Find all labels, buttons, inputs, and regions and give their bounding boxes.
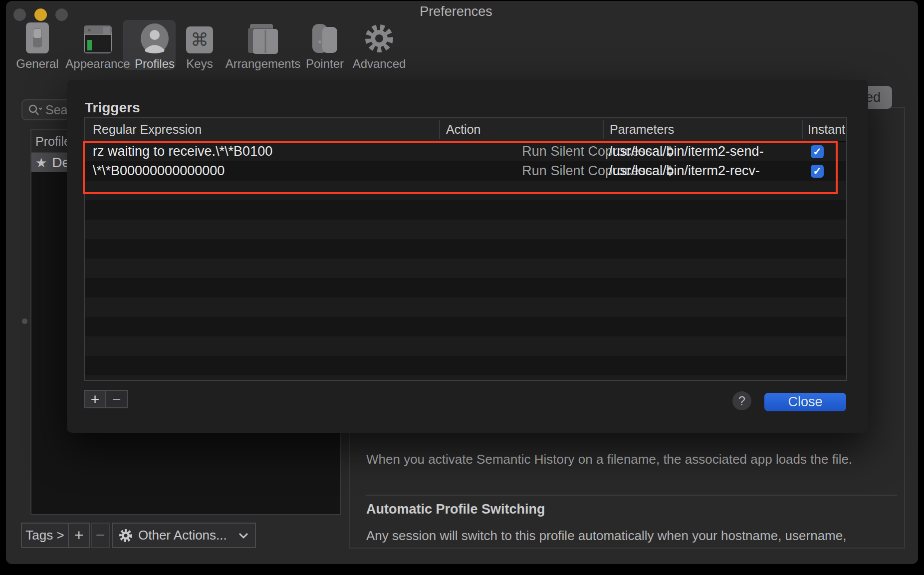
question-mark-icon: ? — [738, 394, 745, 408]
svg-text:⌘: ⌘ — [191, 29, 209, 50]
section-divider — [366, 495, 897, 496]
arrangements-icon — [247, 21, 279, 54]
close-button-label: Close — [788, 394, 822, 410]
close-button[interactable]: Close — [764, 393, 846, 411]
other-actions-label: Other Actions... — [138, 528, 227, 543]
plus-icon: + — [74, 526, 84, 545]
tags-button-label: Tags > — [25, 528, 64, 543]
column-header-action[interactable]: Action — [446, 118, 480, 141]
profiles-column-header: Profile — [35, 134, 71, 149]
remove-trigger-button[interactable]: − — [105, 390, 128, 408]
splitter-drag-dot[interactable] — [22, 318, 27, 324]
other-actions-dropdown[interactable]: Other Actions... — [112, 523, 256, 548]
column-divider — [603, 120, 604, 139]
tags-button[interactable]: Tags > — [21, 523, 69, 548]
semantic-history-note: When you activate Semantic History on a … — [366, 452, 890, 467]
minus-icon: − — [96, 526, 105, 545]
gear-icon — [118, 528, 133, 543]
column-header-parameters[interactable]: Parameters — [610, 118, 674, 141]
appearance-icon: × — [83, 21, 112, 54]
window-title: Preferences — [0, 4, 912, 19]
toolbar-label-pointer: Pointer — [306, 57, 344, 71]
minus-icon: − — [112, 391, 121, 408]
automatic-profile-switching-heading: Automatic Profile Switching — [366, 502, 545, 517]
automatic-profile-switching-note: Any session will switch to this profile … — [366, 528, 890, 544]
search-value: Sea — [45, 103, 67, 117]
close-traffic-light[interactable] — [13, 8, 26, 21]
highlight-rectangle — [83, 141, 838, 194]
chevron-down-icon — [238, 532, 249, 539]
remove-tag-button[interactable]: − — [91, 523, 110, 548]
column-header-instant[interactable]: Instant — [808, 118, 845, 141]
toolbar-item-advanced[interactable]: Advanced — [342, 21, 417, 71]
plus-icon: + — [91, 391, 100, 408]
column-header-regular-expression[interactable]: Regular Expression — [93, 118, 202, 141]
toolbar-label-advanced: Advanced — [353, 57, 406, 71]
add-tag-button[interactable]: + — [68, 523, 90, 548]
pointer-icon — [311, 21, 338, 54]
help-button[interactable]: ? — [732, 391, 751, 410]
column-divider — [439, 120, 440, 139]
column-divider — [802, 120, 803, 139]
zoom-traffic-light[interactable] — [55, 8, 68, 21]
add-trigger-button[interactable]: + — [84, 390, 106, 408]
general-icon — [25, 21, 49, 54]
minimize-traffic-light[interactable] — [34, 8, 47, 21]
triggers-title: Triggers — [85, 100, 140, 116]
advanced-icon — [364, 21, 395, 54]
star-icon: ★ — [35, 155, 47, 171]
toolbar-label-keys: Keys — [186, 57, 213, 71]
keys-icon: ⌘ — [186, 21, 214, 54]
triggers-table-header: Regular Expression Action Parameters Ins… — [85, 118, 846, 142]
toolbar-label-general: General — [16, 57, 58, 71]
svg-text:×: × — [87, 26, 91, 34]
search-icon — [27, 103, 42, 116]
